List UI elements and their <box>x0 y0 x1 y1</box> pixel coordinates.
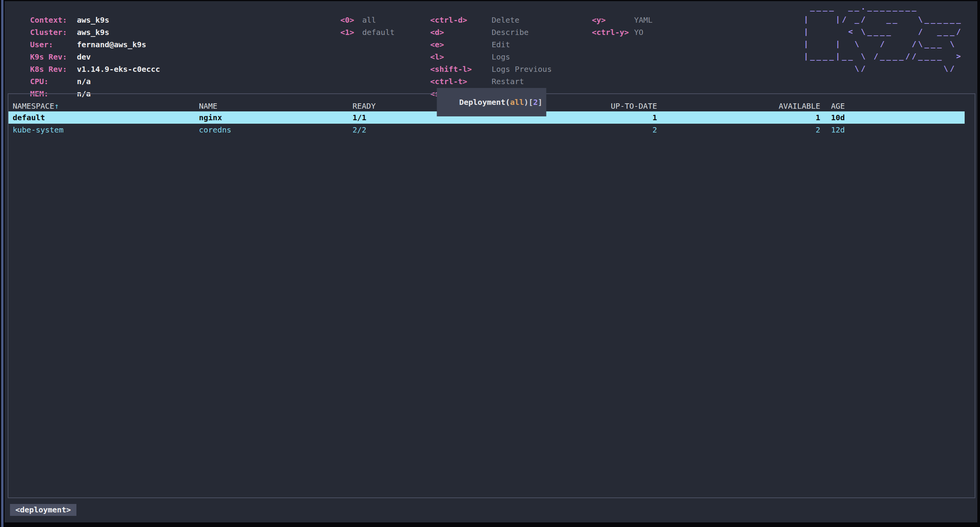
hotkey-yo-key: <ctrl-y> <box>592 26 634 38</box>
hotkey-delete-key: <ctrl-d> <box>430 14 492 26</box>
cell-ready: 1/1 <box>353 111 449 124</box>
table-title: Deployment(all)[2] <box>437 88 546 116</box>
k9s-logo-line: | | \ / /\___ \ <box>804 38 963 50</box>
breadcrumb-deployment: <deployment> <box>10 504 76 516</box>
cell-up-to-date: 2 <box>449 124 660 136</box>
column-header-ready[interactable]: READY <box>353 101 449 111</box>
k9s-rev-value: dev <box>77 52 91 61</box>
hotkey-default-label: default <box>362 28 394 37</box>
table-title-open-bracket: [ <box>528 98 533 107</box>
k8s-rev-label: K8s Rev: <box>30 63 77 75</box>
cell-ready: 2/2 <box>353 124 449 136</box>
cell-available: 1 <box>660 111 823 124</box>
hotkey-describe-label: Describe <box>492 28 528 37</box>
k9s-logo-line: \/ \/ <box>804 62 963 75</box>
k8s-rev-value: v1.14.9-eks-c0eccc <box>77 65 160 74</box>
k9s-logo: ____ __.________ | |/ _/ __ \______ | < … <box>804 1 963 75</box>
hotkey-all-key: <0> <box>340 14 362 26</box>
hotkey-restart-key: <ctrl-t> <box>430 75 492 88</box>
info-row-context: Context:aws_k9s <box>12 2 160 14</box>
cell-namespace: default <box>13 111 199 124</box>
cluster-value: aws_k9s <box>77 28 109 37</box>
namespace-hotkey-menu: <0>all <1>default <box>322 2 394 26</box>
hotkey-delete: <ctrl-d>Delete <box>412 2 552 14</box>
hotkey-all: <0>all <box>322 2 394 14</box>
cell-name: coredns <box>199 124 353 136</box>
hotkey-edit-label: Edit <box>492 40 510 49</box>
cell-age: 12d <box>823 124 965 136</box>
deployments-table: Deployment(all)[2] NAMESPACE↑ NAME READY… <box>8 93 975 498</box>
k9s-logo-line: | < \____ / ___/ <box>804 25 963 38</box>
user-label: User: <box>30 38 77 51</box>
hotkey-delete-label: Delete <box>492 15 519 25</box>
context-label: Context: <box>30 14 77 26</box>
hotkey-logs-previous-key: <shift-l> <box>430 63 492 75</box>
cell-name: nginx <box>199 111 353 124</box>
table-title-namespace: all <box>510 98 524 107</box>
hotkey-all-label: all <box>362 15 376 25</box>
cluster-label: Cluster: <box>30 26 77 38</box>
hotkey-describe-key: <d> <box>430 26 492 38</box>
table-title-count: 2 <box>533 98 538 107</box>
column-header-age[interactable]: AGE <box>823 101 965 111</box>
hotkey-yaml-label: YAML <box>634 15 652 25</box>
column-header-namespace-label: NAMESPACE <box>13 101 54 111</box>
column-header-available[interactable]: AVAILABLE <box>660 101 823 111</box>
cluster-info-panel: Context:aws_k9s Cluster:aws_k9s User:fer… <box>12 2 160 88</box>
hotkey-logs-previous-label: Logs Previous <box>492 65 552 74</box>
k9s-logo-line: |____|__ \ /____//____ > <box>804 50 963 62</box>
k9s-logo-line: ____ __.________ <box>804 1 963 13</box>
column-header-name[interactable]: NAME <box>199 101 353 111</box>
hotkey-logs-key: <l> <box>430 51 492 63</box>
user-value: fernand@aws_k9s <box>77 40 146 49</box>
k9s-logo-line: | |/ _/ __ \______ <box>804 13 963 25</box>
k9s-terminal: { "info": { "rows": [ { "label": "Contex… <box>0 0 980 527</box>
k9s-rev-label: K9s Rev: <box>30 51 77 63</box>
yaml-hotkey-menu: <y>YAML <ctrl-y>YO <box>573 2 652 26</box>
table-row-coredns[interactable]: kube-system coredns 2/2 2 2 12d <box>8 124 965 136</box>
hotkey-logs-label: Logs <box>492 52 510 61</box>
hotkey-edit-key: <e> <box>430 38 492 51</box>
context-value: aws_k9s <box>77 15 109 25</box>
table-title-resource: Deployment( <box>459 98 510 107</box>
hotkey-default-key: <1> <box>340 26 362 38</box>
hotkey-yaml-key: <y> <box>592 14 634 26</box>
cell-namespace: kube-system <box>13 124 199 136</box>
cell-age: 10d <box>823 111 965 124</box>
column-header-namespace[interactable]: NAMESPACE↑ <box>13 101 199 111</box>
window-edge-strip <box>1 0 3 527</box>
cpu-label: CPU: <box>30 75 77 88</box>
hotkey-yaml: <y>YAML <box>573 2 652 14</box>
cpu-value: n/a <box>77 77 91 86</box>
cell-available: 2 <box>660 124 823 136</box>
table-title-close-paren: ) <box>524 98 528 107</box>
table-title-close-bracket: ] <box>538 98 542 107</box>
action-hotkey-menu: <ctrl-d>Delete <d>Describe <e>Edit <l>Lo… <box>412 2 552 88</box>
hotkey-restart-label: Restart <box>492 77 524 86</box>
hotkey-yo-label: YO <box>634 28 643 37</box>
sort-ascending-icon: ↑ <box>54 101 59 111</box>
